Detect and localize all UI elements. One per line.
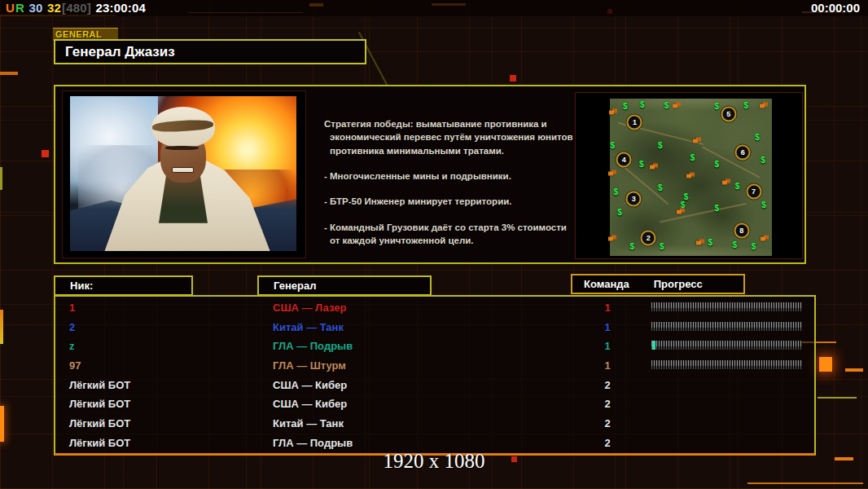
general-info-panel: Стратегия победы: выматывание противника… <box>54 85 806 264</box>
progress-bar <box>651 322 802 331</box>
supply-dollar-icon: $ <box>658 185 663 192</box>
general-portrait-frame <box>62 90 306 258</box>
crate-icon <box>686 174 691 178</box>
player-team: 1 <box>590 340 625 352</box>
supply-dollar-icon: $ <box>715 205 720 212</box>
circuit-decoration <box>0 406 4 442</box>
player-general: ГЛА — Подрыв <box>273 340 353 352</box>
supply-dollar-icon: $ <box>690 155 695 161</box>
crate-icon <box>608 237 613 241</box>
strategy-text: Стратегия победы: выматывание противника… <box>324 117 573 259</box>
circuit-decoration <box>0 72 18 75</box>
supply-dollar-icon: $ <box>735 183 740 190</box>
player-general: США — Кибер <box>273 379 347 391</box>
supply-dollar-icon: $ <box>614 189 619 196</box>
player-team: 2 <box>590 398 625 410</box>
player-table-body: 1США — Лазер12Китай — Танк1zГЛА — Подрыв… <box>55 298 814 453</box>
progress-bar <box>651 341 802 350</box>
strategy-paragraph: Стратегия победы: выматывание противника… <box>324 117 573 157</box>
supply-dollar-icon: $ <box>660 244 664 250</box>
supply-dollar-icon: $ <box>664 103 669 109</box>
minimap-image: $$$$$$$$$$$$$$$$$$$$$$$$$12345678 <box>610 99 772 256</box>
player-general: ГЛА — Подрыв <box>273 437 353 449</box>
header-nick: Ник: <box>54 275 193 296</box>
table-row: 2Китай — Танк1 <box>55 318 814 337</box>
header-team-progress: Команда Прогресс <box>571 274 745 294</box>
status-segment: 30 <box>25 1 46 15</box>
supply-dollar-icon: $ <box>617 209 622 216</box>
player-general: ГЛА — Штурм <box>273 359 346 372</box>
status-segment: 32 <box>47 1 61 15</box>
progress-bar <box>651 302 802 311</box>
strategy-paragraph: - Командный Грузовик даёт со старта 3% с… <box>324 221 573 248</box>
supply-dollar-icon: $ <box>640 102 645 108</box>
player-nick: 2 <box>69 321 75 333</box>
circuit-decoration <box>845 368 863 372</box>
supply-dollar-icon: $ <box>715 161 720 168</box>
progress-bar-fill <box>652 341 655 350</box>
supply-dollar-icon: $ <box>755 134 760 141</box>
header-team-label: Команда <box>584 275 629 293</box>
crate-icon <box>608 172 613 176</box>
crate-icon <box>722 181 727 185</box>
table-row: 97ГЛА — Штурм1 <box>55 356 814 376</box>
status-left: UR 30 32[480] 23:00:04 <box>6 1 147 15</box>
portrait-figure-brow <box>165 146 199 150</box>
player-nick: 1 <box>69 302 75 314</box>
minimap-road <box>703 147 761 178</box>
start-position-marker: 3 <box>626 191 642 206</box>
player-team: 2 <box>590 379 625 391</box>
circuit-decoration <box>0 167 2 190</box>
table-row: Лёгкий БОТСША — Кибер2 <box>55 376 814 395</box>
player-nick: Лёгкий БОТ <box>69 398 130 410</box>
circuit-decoration <box>510 75 516 82</box>
resolution-label: 1920 x 1080 <box>384 450 485 473</box>
player-table: 1США — Лазер12Китай — Танк1zГЛА — Подрыв… <box>54 295 816 456</box>
crate-icon <box>760 104 765 108</box>
crate-icon <box>650 165 655 170</box>
minimap-road <box>660 203 747 223</box>
crate-icon <box>677 209 682 214</box>
header-progress-label: Прогресс <box>654 275 703 293</box>
player-nick: 97 <box>69 359 81 372</box>
circuit-decoration <box>42 150 49 157</box>
supply-dollar-icon: $ <box>708 240 713 246</box>
supply-dollar-icon: $ <box>623 104 628 110</box>
crate-icon <box>609 110 614 114</box>
player-nick: Лёгкий БОТ <box>69 417 130 430</box>
supply-dollar-icon: $ <box>761 157 765 164</box>
crate-icon <box>696 240 701 244</box>
supply-dollar-icon: $ <box>715 104 720 110</box>
start-position-marker: 4 <box>616 152 632 168</box>
player-general: США — Кибер <box>273 398 347 410</box>
player-team: 1 <box>590 359 625 372</box>
start-position-marker: 8 <box>734 222 749 238</box>
player-team: 2 <box>590 437 625 449</box>
supply-dollar-icon: $ <box>611 143 616 149</box>
supply-dollar-icon: $ <box>761 202 766 209</box>
status-segment: U <box>6 1 15 15</box>
table-row: zГЛА — Подрыв1 <box>55 337 814 356</box>
table-row: Лёгкий БОТКитай — Танк2 <box>55 414 814 434</box>
circuit-decoration <box>0 310 3 344</box>
player-team: 1 <box>590 321 625 333</box>
supply-dollar-icon: $ <box>639 161 644 168</box>
start-position-marker: 5 <box>721 106 736 121</box>
progress-bar <box>651 360 802 369</box>
player-general: Китай — Танк <box>273 321 344 333</box>
circuit-decoration <box>819 357 832 372</box>
crate-icon <box>761 237 765 241</box>
general-name-title: Генерал Джазиз <box>54 39 366 64</box>
portrait-figure-mouth <box>172 167 194 173</box>
start-position-marker: 2 <box>641 230 656 245</box>
supply-dollar-icon: $ <box>681 202 686 209</box>
player-nick: Лёгкий БОТ <box>69 379 130 391</box>
player-team: 2 <box>590 417 625 430</box>
crate-icon <box>693 139 698 143</box>
start-position-marker: 6 <box>735 145 751 161</box>
circuit-decoration <box>818 397 857 399</box>
start-position-marker: 7 <box>746 183 761 199</box>
strategy-paragraph: - БТР-50 Инженер минирует территории. <box>324 195 573 208</box>
status-segment: 23:00:04 <box>92 1 146 15</box>
minimap-panel: $$$$$$$$$$$$$$$$$$$$$$$$$12345678 <box>575 92 803 259</box>
